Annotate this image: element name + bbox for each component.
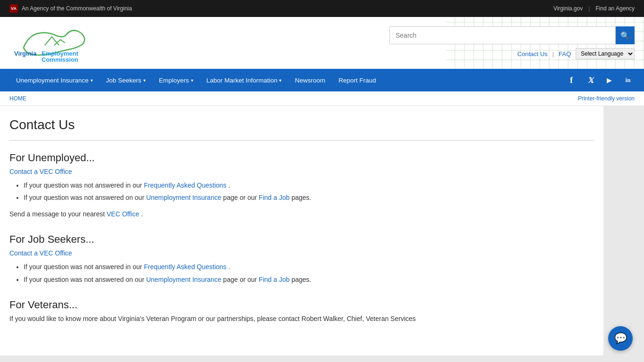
js-bullet-text-1a: If your question was not answered in our — [24, 263, 144, 271]
nav-label-report-fraud: Report Fraud — [339, 77, 376, 84]
nav-label-employers: Employers — [159, 77, 189, 84]
chat-bubble[interactable]: 💬 — [608, 326, 633, 351]
facebook-icon[interactable]: f — [565, 74, 578, 87]
bullet-text-1b: . — [228, 181, 230, 189]
send-text-before: Send a message to your nearest — [9, 210, 107, 218]
js-bullet-text-1b: . — [228, 263, 230, 271]
twitter-icon[interactable]: 𝕏 — [584, 74, 597, 87]
main-content: Contact Us For Unemployed... Contact a V… — [0, 106, 603, 355]
unemployed-vec-link[interactable]: Contact a VEC Office — [9, 168, 594, 175]
bullet-text-2c: pages. — [291, 194, 311, 201]
chat-icon: 💬 — [614, 332, 627, 345]
nav-label-newsroom: Newsroom — [295, 77, 325, 84]
svg-text:Virginia: Virginia — [14, 50, 37, 57]
list-item: If your question was not answered on our… — [24, 192, 594, 203]
vec-office-link-unemployed[interactable]: VEC Office — [107, 210, 139, 218]
job-seekers-bullets: If your question was not answered in our… — [24, 262, 594, 285]
nav-item-job-seekers[interactable]: Job Seekers ▾ — [99, 69, 152, 91]
top-bar: VA An Agency of the Commonwealth of Virg… — [0, 0, 644, 17]
send-text-after: . — [141, 210, 143, 218]
find-job-link-unemployed[interactable]: Find a Job — [259, 194, 289, 201]
veterans-heading: For Veterans... — [9, 299, 594, 311]
find-job-link-js[interactable]: Find a Job — [259, 276, 289, 283]
breadcrumb-home[interactable]: HOME — [9, 95, 26, 102]
nav-item-employers[interactable]: Employers ▾ — [152, 69, 200, 91]
list-item: If your question was not answered in our… — [24, 262, 594, 272]
js-bullet-text-2b: page or our — [223, 276, 259, 283]
page-title: Contact Us — [9, 117, 594, 140]
faq-link[interactable]: FAQ — [559, 50, 571, 58]
agency-text: An Agency of the Commonwealth of Virgini… — [22, 5, 132, 12]
nav-dropdown-arrow-1: ▾ — [143, 78, 146, 83]
ui-link-unemployed[interactable]: Unemployment Insurance — [146, 194, 222, 201]
faq-link-unemployed[interactable]: Frequently Asked Questions — [144, 181, 226, 189]
logo-area: Virginia Employment Commission — [9, 22, 123, 69]
section-job-seekers: For Job Seekers... Contact a VEC Office … — [9, 233, 594, 285]
veterans-intro: If you would like to know more about Vir… — [9, 315, 594, 322]
search-row: 🔍 — [389, 26, 635, 44]
svg-text:Commission: Commission — [41, 56, 78, 63]
nav-item-newsroom[interactable]: Newsroom — [288, 69, 332, 91]
search-area: 🔍 Contact Us | FAQ Select Language Españ… — [389, 22, 635, 59]
printer-friendly-link[interactable]: Printer-friendly version — [578, 95, 635, 102]
nav-dropdown-arrow-0: ▾ — [91, 78, 93, 83]
send-message-unemployed: Send a message to your nearest VEC Offic… — [9, 209, 594, 219]
nav-item-unemployment-insurance[interactable]: Unemployment Insurance ▾ — [9, 69, 99, 91]
youtube-icon[interactable]: ▶ — [603, 74, 616, 87]
linkedin-icon[interactable]: in — [621, 74, 635, 87]
search-input[interactable] — [389, 26, 616, 44]
agency-label: VA An Agency of the Commonwealth of Virg… — [9, 4, 132, 13]
util-separator: | — [553, 50, 554, 58]
language-select[interactable]: Select Language Español 中文 — [576, 48, 635, 59]
list-item: If your question was not answered on our… — [24, 274, 594, 285]
ui-link-js[interactable]: Unemployment Insurance — [146, 276, 222, 283]
bullet-text-2a: If your question was not answered on our — [24, 194, 146, 201]
job-seekers-vec-link[interactable]: Contact a VEC Office — [9, 249, 594, 257]
top-separator: | — [588, 5, 590, 12]
js-bullet-text-2a: If your question was not answered on our — [24, 276, 146, 283]
list-item: If your question was not answered in our… — [24, 180, 594, 190]
section-unemployed: For Unemployed... Contact a VEC Office I… — [9, 152, 594, 219]
nav-bar: Unemployment Insurance ▾ Job Seekers ▾ E… — [0, 69, 644, 91]
header: Virginia Employment Commission 🔍 Contact… — [0, 17, 644, 69]
va-flag-icon: VA — [9, 4, 18, 13]
social-icons: f 𝕏 ▶ in — [565, 74, 635, 87]
nav-dropdown-arrow-3: ▾ — [279, 78, 281, 83]
top-bar-links: Virginia.gov | Find an Agency — [553, 5, 635, 12]
unemployed-bullets: If your question was not answered in our… — [24, 180, 594, 203]
contact-us-link[interactable]: Contact Us — [517, 50, 547, 58]
nav-dropdown-arrow-2: ▾ — [191, 78, 193, 83]
section-veterans: For Veterans... If you would like to kno… — [9, 299, 594, 322]
nav-links: Unemployment Insurance ▾ Job Seekers ▾ E… — [9, 69, 565, 91]
nav-item-labor-market[interactable]: Labor Market Information ▾ — [200, 69, 289, 91]
nav-label-unemployment: Unemployment Insurance — [16, 77, 89, 84]
logo-svg: Virginia Employment Commission — [9, 22, 123, 64]
nav-item-report-fraud[interactable]: Report Fraud — [332, 69, 383, 91]
js-bullet-text-2c: pages. — [291, 276, 311, 283]
find-agency-link[interactable]: Find an Agency — [595, 5, 635, 12]
breadcrumb-bar: HOME Printer-friendly version — [0, 91, 644, 106]
search-button[interactable]: 🔍 — [616, 26, 635, 44]
faq-link-js[interactable]: Frequently Asked Questions — [144, 263, 226, 271]
bullet-text-1a: If your question was not answered in our — [24, 181, 144, 189]
virginia-gov-link[interactable]: Virginia.gov — [553, 5, 583, 12]
util-row: Contact Us | FAQ Select Language Español… — [517, 48, 635, 59]
unemployed-heading: For Unemployed... — [9, 152, 594, 164]
bullet-text-2b: page or our — [223, 194, 259, 201]
search-icon: 🔍 — [620, 31, 630, 40]
nav-label-labor-market: Labor Market Information — [206, 77, 278, 84]
job-seekers-heading: For Job Seekers... — [9, 233, 594, 246]
nav-label-job-seekers: Job Seekers — [106, 77, 141, 84]
